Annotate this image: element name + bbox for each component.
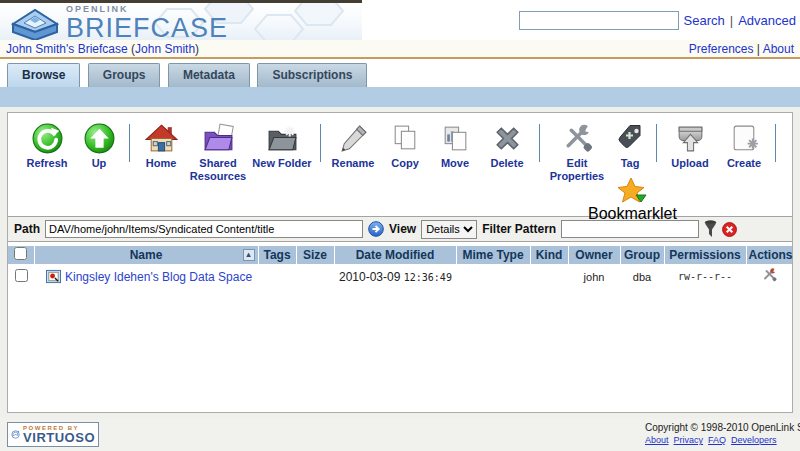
brand-wordmark: OPENLINK BRIEFCASE xyxy=(66,5,228,42)
select-all-checkbox[interactable] xyxy=(14,247,27,260)
tab-metadata[interactable]: Metadata xyxy=(168,63,250,87)
virtuoso-label: VIRTUOSO xyxy=(23,431,95,444)
column-header-tags[interactable]: Tags xyxy=(258,246,296,264)
app-header: OPENLINK BRIEFCASE Search | Advanced xyxy=(0,0,800,40)
briefcase-logo-icon xyxy=(7,6,63,41)
actions-cell xyxy=(746,264,792,289)
size-cell xyxy=(296,264,334,289)
funnel-icon xyxy=(704,220,717,238)
tag-button[interactable]: Tag xyxy=(609,122,651,170)
create-icon xyxy=(728,122,761,155)
breadcrumb-right: Preferences | About xyxy=(689,42,794,56)
copy-button[interactable]: Copy xyxy=(380,122,430,170)
toolbar-separator xyxy=(539,124,540,162)
resource-name-link[interactable]: Kingsley Idehen's Blog Data Space xyxy=(65,270,252,284)
refresh-icon xyxy=(31,122,64,155)
go-button[interactable] xyxy=(368,221,384,237)
breadcrumb: John Smith's Briefcase (John Smith) Pref… xyxy=(0,40,800,59)
permissions-cell: rw-r--r-- xyxy=(664,264,746,289)
view-select[interactable]: Details xyxy=(421,220,477,239)
sort-ascending-icon[interactable]: ▴ xyxy=(243,249,255,261)
home-button[interactable]: Home xyxy=(135,122,187,170)
row-properties-tools-icon[interactable] xyxy=(761,267,778,283)
new-folder-button[interactable]: New Folder xyxy=(249,122,315,170)
search-input[interactable] xyxy=(519,11,679,30)
column-header-size[interactable]: Size xyxy=(296,246,334,264)
select-all-cell xyxy=(8,246,34,264)
column-header-group[interactable]: Group xyxy=(620,246,664,264)
footer-about-link[interactable]: About xyxy=(645,435,669,445)
empty-area xyxy=(8,289,792,412)
shared-folder-icon xyxy=(202,122,235,155)
create-button[interactable]: Create xyxy=(718,122,770,170)
footer-faq-link[interactable]: FAQ xyxy=(708,435,726,445)
row-checkbox[interactable] xyxy=(15,269,28,282)
group-cell: dba xyxy=(620,264,664,289)
header-search: Search | Advanced xyxy=(519,11,796,30)
move-button[interactable]: Move xyxy=(430,122,480,170)
go-arrow-icon xyxy=(368,221,384,237)
footer-privacy-link[interactable]: Privacy xyxy=(674,435,704,445)
briefcase-app: OPENLINK BRIEFCASE Search | Advanced Joh… xyxy=(0,0,800,451)
column-header-owner[interactable]: Owner xyxy=(568,246,620,264)
briefcase-title-link[interactable]: John Smith's Briefcase xyxy=(6,42,128,56)
about-link[interactable]: About xyxy=(763,42,794,56)
tools-icon xyxy=(561,122,594,155)
column-header-permissions[interactable]: Permissions xyxy=(664,246,746,264)
rename-button[interactable]: Rename xyxy=(326,122,380,170)
powered-by-virtuoso-badge[interactable]: POWERED BY VIRTUOSO xyxy=(7,422,99,447)
table-header-row: Name ▴ Tags Size Date Modified Mime Type… xyxy=(8,246,792,264)
content-area: Refresh Up Home Shared Resources Ne xyxy=(0,107,800,418)
footer-developers-link[interactable]: Developers xyxy=(731,435,777,445)
path-input[interactable] xyxy=(45,220,363,238)
home-icon xyxy=(145,122,178,155)
owner-cell: john xyxy=(568,264,620,289)
shared-resources-button[interactable]: Shared Resources xyxy=(187,122,249,182)
clear-filter-button[interactable] xyxy=(722,222,737,237)
tab-bar: Browse Groups Metadata Subscriptions xyxy=(0,59,800,87)
refresh-button[interactable]: Refresh xyxy=(20,122,74,170)
brand-briefcase: BRIEFCASE xyxy=(66,15,228,42)
column-header-mime-type[interactable]: Mime Type xyxy=(456,246,530,264)
tab-browse[interactable]: Browse xyxy=(7,63,80,87)
bookmarklet-star-icon xyxy=(616,177,648,205)
advanced-search-link[interactable]: Advanced xyxy=(738,13,796,28)
apply-filter-button[interactable] xyxy=(704,220,717,238)
column-header-date-modified[interactable]: Date Modified xyxy=(334,246,456,264)
up-button[interactable]: Up xyxy=(74,122,124,170)
search-link[interactable]: Search xyxy=(684,13,725,28)
toolbar-separator xyxy=(320,124,321,162)
delete-button[interactable]: Delete xyxy=(480,122,534,170)
tab-groups[interactable]: Groups xyxy=(88,63,161,87)
kind-cell xyxy=(530,264,568,289)
bookmarklet-button[interactable]: Bookmarklet xyxy=(588,177,677,223)
tags-cell xyxy=(258,264,296,289)
move-icon xyxy=(439,122,472,155)
filter-pattern-label: Filter Pattern xyxy=(482,222,556,236)
column-header-actions[interactable]: Actions xyxy=(746,246,792,264)
copy-icon xyxy=(389,122,422,155)
copyright-text: Copyright © 1998-2010 OpenLink Software xyxy=(645,422,800,433)
virtuoso-swirl-icon xyxy=(11,425,20,444)
table-row: Kingsley Idehen's Blog Data Space 2010-0… xyxy=(8,264,792,289)
upload-button[interactable]: Upload xyxy=(662,122,718,170)
mime-type-cell xyxy=(456,264,530,289)
toolbar-separator xyxy=(129,124,130,162)
blog-resource-icon xyxy=(46,269,61,284)
date-modified-cell: 2010-03-09 12:36:49 xyxy=(334,264,456,289)
tab-accent-bar xyxy=(0,87,800,107)
rename-pen-icon xyxy=(337,122,370,155)
column-header-name[interactable]: Name ▴ xyxy=(34,246,258,264)
edit-properties-button[interactable]: Edit Properties xyxy=(545,122,609,182)
delete-x-icon xyxy=(491,122,524,155)
tag-icon xyxy=(615,122,645,155)
column-header-kind[interactable]: Kind xyxy=(530,246,568,264)
prefs-about-divider: | xyxy=(757,42,760,56)
tab-subscriptions[interactable]: Subscriptions xyxy=(257,63,367,87)
owner-link[interactable]: John Smith xyxy=(135,42,195,56)
logo-strip: OPENLINK BRIEFCASE xyxy=(0,0,362,40)
owner-paren-close: ) xyxy=(195,42,199,56)
footer-right: Copyright © 1998-2010 OpenLink Software … xyxy=(645,422,800,445)
preferences-link[interactable]: Preferences xyxy=(689,42,754,56)
search-links-divider: | xyxy=(730,13,733,28)
